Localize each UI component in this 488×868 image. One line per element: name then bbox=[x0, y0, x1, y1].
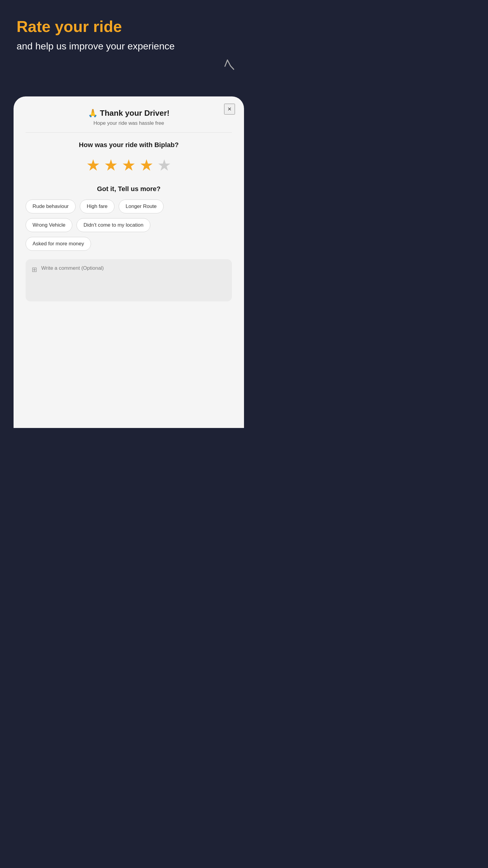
card-header: 🙏 Thank your Driver! Hope your ride was … bbox=[26, 105, 232, 132]
svg-line-0 bbox=[225, 60, 227, 66]
tag-wrong-vehicle[interactable]: Wrong Vehicle bbox=[26, 218, 72, 232]
star-3[interactable]: ★ bbox=[122, 156, 136, 174]
comment-textarea[interactable] bbox=[41, 265, 226, 296]
ride-question: How was your ride with Biplab? bbox=[26, 141, 232, 149]
tag-didnt-come[interactable]: Didn't come to my location bbox=[76, 218, 150, 232]
tell-more-label: Got it, Tell us more? bbox=[26, 185, 232, 193]
tags-row-2: Wrong Vehicle Didn't come to my location bbox=[26, 218, 232, 232]
close-button[interactable]: × bbox=[224, 104, 235, 115]
star-2[interactable]: ★ bbox=[104, 156, 118, 174]
star-1[interactable]: ★ bbox=[86, 156, 100, 174]
comment-box: ⊞ bbox=[26, 259, 232, 301]
sparkle-decoration bbox=[220, 59, 235, 74]
comment-icon: ⊞ bbox=[32, 266, 37, 274]
tag-high-fare[interactable]: High fare bbox=[80, 199, 115, 213]
tag-rude-behaviour[interactable]: Rude behaviour bbox=[26, 199, 76, 213]
tags-row-1: Rude behaviour High fare Longer Route bbox=[26, 199, 232, 213]
header-section: Rate your ride and help us improve your … bbox=[0, 0, 244, 65]
tags-row-3: Asked for more money bbox=[26, 237, 232, 251]
star-5[interactable]: ★ bbox=[157, 156, 171, 174]
stars-container: ★ ★ ★ ★ ★ bbox=[26, 156, 232, 174]
star-4[interactable]: ★ bbox=[139, 156, 154, 174]
thank-driver-title: 🙏 Thank your Driver! bbox=[26, 108, 232, 118]
svg-line-2 bbox=[230, 66, 234, 69]
header-subtitle: and help us improve your experience bbox=[17, 40, 227, 53]
card-container: × 🙏 Thank your Driver! Hope your ride wa… bbox=[13, 96, 244, 428]
thank-driver-subtitle: Hope your ride was hassle free bbox=[26, 120, 232, 126]
tag-longer-route[interactable]: Longer Route bbox=[119, 199, 164, 213]
divider bbox=[26, 132, 232, 133]
tag-asked-more-money[interactable]: Asked for more money bbox=[26, 237, 91, 251]
svg-line-1 bbox=[227, 60, 230, 66]
header-title: Rate your ride bbox=[17, 18, 227, 35]
